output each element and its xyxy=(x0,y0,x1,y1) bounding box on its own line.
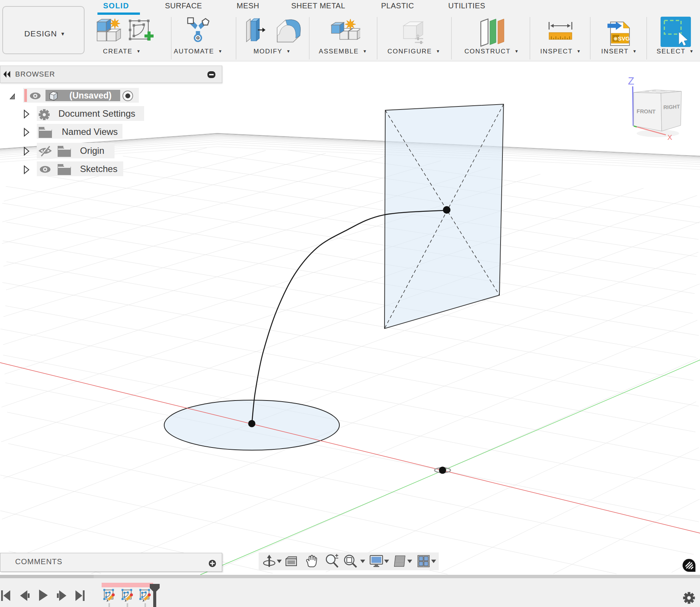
svg-text:❋: ❋ xyxy=(614,36,618,42)
svg-text:FRONT: FRONT xyxy=(637,108,656,114)
svg-text:RIGHT: RIGHT xyxy=(663,103,680,110)
svg-text:Z: Z xyxy=(628,75,634,87)
svg-text:SVG: SVG xyxy=(618,35,630,42)
svg-text:X: X xyxy=(667,133,672,141)
